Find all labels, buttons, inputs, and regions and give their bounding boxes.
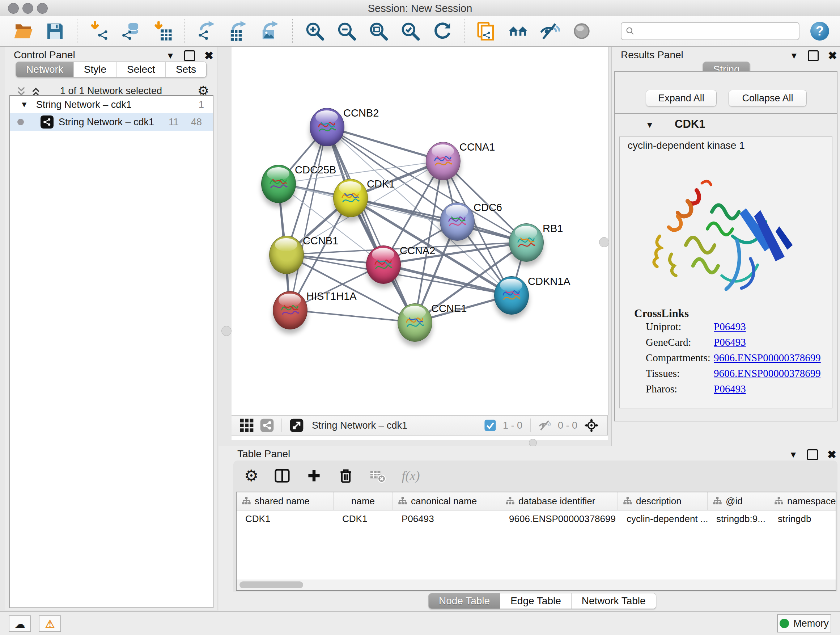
results-panel-title: Results Panel	[621, 49, 684, 61]
panel-float-icon[interactable]	[808, 50, 819, 61]
network-node-cdk1[interactable]	[333, 179, 368, 217]
network-node-cdc25b[interactable]	[261, 165, 296, 203]
import-table-button[interactable]	[152, 20, 174, 42]
network-node-cdkn1a[interactable]	[494, 276, 529, 315]
tab-network[interactable]: Network	[16, 62, 73, 77]
open-session-button[interactable]	[12, 20, 34, 42]
tab-edge-table[interactable]: Edge Table	[500, 593, 571, 608]
panel-close-icon[interactable]: ✖	[204, 49, 213, 62]
hide-graphics-details-button[interactable]	[538, 20, 561, 42]
network-node-rb1[interactable]	[509, 223, 544, 262]
birds-eye-view-icon[interactable]	[289, 418, 304, 432]
column-header-canonical-name[interactable]: canonical name	[393, 492, 500, 510]
zoom-fit-button[interactable]	[367, 20, 390, 42]
table-cell[interactable]: cyclin-dependent ...	[618, 513, 707, 524]
right-splitter-handle[interactable]	[599, 237, 609, 247]
scrollbar-thumb[interactable]	[240, 581, 303, 588]
show-columns-icon[interactable]	[274, 468, 290, 484]
import-network-icon	[89, 21, 109, 41]
column-header-name[interactable]: name	[333, 492, 393, 510]
string-app-button[interactable]	[475, 20, 497, 42]
network-collection-row[interactable]: ▼ String Network – cdk1 1	[10, 96, 213, 113]
table-cell[interactable]: P06493	[393, 513, 500, 524]
network-node-ccna2[interactable]	[366, 245, 401, 284]
crosslink-link[interactable]: 9606.ENSP00000378699	[714, 352, 821, 367]
collapse-all-button[interactable]: Collapse All	[729, 90, 807, 106]
panel-float-icon[interactable]	[184, 50, 195, 61]
save-session-button[interactable]	[44, 20, 66, 42]
warnings-button[interactable]: ⚠	[39, 616, 61, 632]
crosslink-label: Pharos:	[646, 383, 714, 399]
zoom-in-button[interactable]	[303, 20, 326, 42]
column-header-database-identifier[interactable]: database identifier	[500, 492, 618, 510]
network-canvas[interactable]: CCNB2CCNA1CDC25BCDK1CDC6RB1CCNB1CCNA2CDK…	[232, 47, 608, 415]
horizontal-splitter-handle[interactable]	[529, 439, 537, 447]
selected-checkbox-icon[interactable]	[484, 419, 496, 432]
table-row[interactable]: CDK1CDK1P064939606.ENSP00000378699cyclin…	[237, 510, 836, 527]
network-node-ccnb2[interactable]	[309, 108, 344, 146]
network-node-ccne1[interactable]	[398, 303, 432, 342]
table-cell[interactable]: CDK1	[237, 513, 333, 524]
network-node-cdc6[interactable]	[440, 203, 475, 241]
toolbar-separator	[292, 19, 293, 43]
section-expander-icon[interactable]: ▼	[645, 120, 654, 130]
left-splitter-handle[interactable]	[221, 326, 232, 336]
redraw-network-button[interactable]	[431, 20, 453, 42]
export-image-button[interactable]	[259, 20, 282, 42]
panel-close-icon[interactable]: ✖	[828, 49, 837, 62]
tree-expander-icon[interactable]: ▼	[20, 100, 28, 109]
tab-sets[interactable]: Sets	[165, 62, 206, 77]
panel-float-icon[interactable]	[807, 449, 818, 460]
export-table-button[interactable]	[227, 20, 250, 42]
table-cell[interactable]: stringdb	[769, 513, 836, 524]
zoom-selected-button[interactable]	[399, 20, 422, 42]
network-node-hist1h1a[interactable]	[273, 291, 308, 329]
crosslink-link[interactable]: P06493	[714, 321, 746, 336]
panel-menu-icon[interactable]: ▼	[789, 450, 798, 460]
cloud-status-button[interactable]: ☁	[9, 616, 31, 632]
table-cell[interactable]: 9606.ENSP00000378699	[500, 513, 618, 524]
create-column-plus-icon[interactable]	[306, 468, 322, 484]
table-cell[interactable]: CDK1	[333, 513, 393, 524]
crosslink-link[interactable]: P06493	[714, 383, 746, 399]
tab-network-table[interactable]: Network Table	[571, 593, 656, 608]
homes-icon	[508, 21, 528, 41]
crosslink-link[interactable]: P06493	[714, 336, 746, 352]
column-header-description[interactable]: description	[618, 492, 707, 510]
table-cell[interactable]: stringdb:9...	[707, 513, 769, 524]
crosslink-link[interactable]: 9606.ENSP00000378699	[714, 367, 821, 383]
level-of-detail-button[interactable]	[570, 20, 593, 42]
import-network-from-database-button[interactable]	[120, 20, 142, 42]
node-label-ccna1: CCNA1	[459, 141, 495, 153]
tab-select[interactable]: Select	[117, 62, 165, 77]
protein-section-header[interactable]: ▼ CDK1	[615, 114, 837, 136]
table-options-gear-icon[interactable]: ⚙	[244, 468, 258, 484]
tab-node-table[interactable]: Node Table	[429, 593, 500, 608]
network-view-mode-icon[interactable]	[260, 418, 274, 432]
panel-close-icon[interactable]: ✖	[827, 448, 836, 461]
home-networks-button[interactable]	[507, 20, 529, 42]
help-button[interactable]: ?	[810, 22, 829, 41]
delete-table-icon[interactable]	[370, 468, 386, 484]
column-header-namespace[interactable]: namespace	[769, 492, 836, 510]
tab-style[interactable]: Style	[73, 62, 117, 77]
fit-selected-crosshair-icon[interactable]	[584, 418, 599, 433]
export-network-button[interactable]	[196, 20, 218, 42]
network-row[interactable]: String Network – cdk1 11 48	[10, 113, 213, 131]
network-node-ccnb1[interactable]	[269, 236, 304, 274]
delete-column-trash-icon[interactable]	[338, 468, 354, 484]
network-node-ccna1[interactable]	[426, 142, 461, 180]
function-builder-icon[interactable]: f(x)	[401, 468, 420, 483]
panel-menu-icon[interactable]: ▼	[166, 51, 175, 61]
expand-all-button[interactable]: Expand All	[646, 90, 717, 106]
memory-button[interactable]: Memory	[777, 614, 831, 632]
column-header-id[interactable]: @id	[707, 492, 769, 510]
zoom-out-button[interactable]	[335, 20, 358, 42]
import-network-from-file-button[interactable]	[88, 20, 111, 42]
panel-menu-icon[interactable]: ▼	[790, 51, 798, 61]
column-network-icon	[505, 496, 515, 506]
node-gloss-highlight	[275, 238, 297, 251]
search-input[interactable]	[635, 25, 795, 37]
grid-view-icon[interactable]	[240, 418, 254, 432]
column-header-shared-name[interactable]: shared name	[237, 492, 333, 510]
